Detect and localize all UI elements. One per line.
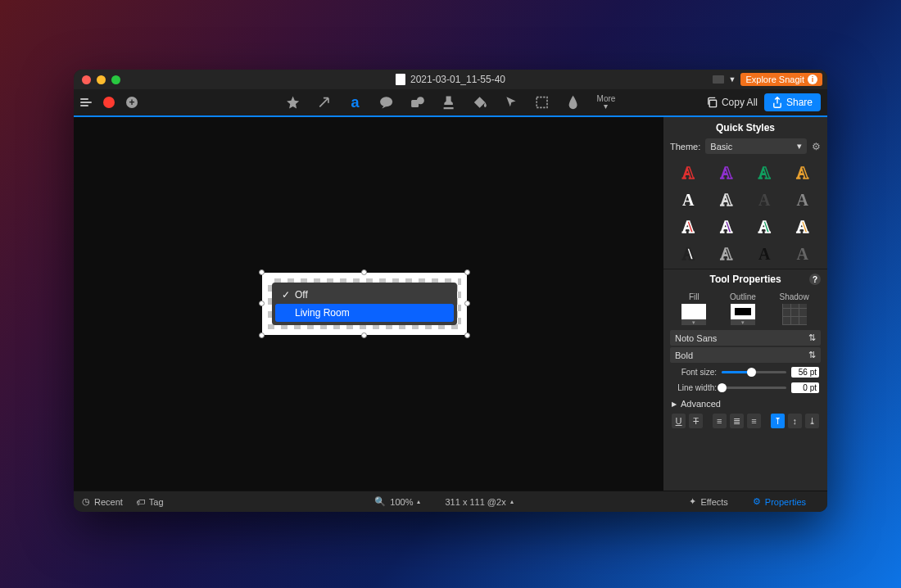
style-preset[interactable]: A [672, 191, 705, 210]
resize-handle[interactable] [464, 332, 470, 338]
style-preset[interactable]: A [786, 164, 820, 183]
library-toggle[interactable] [80, 98, 92, 106]
theme-select[interactable]: Basic▾ [705, 138, 807, 154]
minimize-window[interactable] [97, 75, 106, 84]
gear-icon[interactable]: ⚙ [812, 141, 821, 152]
selected-object[interactable]: ✓Off Living Room [262, 273, 467, 335]
style-preset[interactable]: A [710, 218, 744, 237]
share-button[interactable]: Share [764, 93, 821, 111]
selection-tool[interactable] [535, 95, 550, 110]
line-width-label: Line width: [672, 383, 717, 392]
new-button[interactable]: + [126, 97, 138, 108]
valign-top-button[interactable]: ⤒ [771, 414, 785, 428]
align-center-button[interactable]: ≣ [730, 414, 744, 428]
align-right-button[interactable]: ≡ [747, 414, 761, 428]
resize-handle[interactable] [464, 269, 470, 275]
dimensions-readout[interactable]: 311 x 111 @2x▴ [445, 496, 513, 507]
menu-item-off[interactable]: ✓Off [275, 286, 454, 304]
properties-tab[interactable]: ⚙Properties [753, 496, 806, 507]
effects-tab[interactable]: ✦Effects [689, 496, 727, 507]
tag-button[interactable]: 🏷Tag [136, 497, 164, 507]
valign-bottom-button[interactable]: ⤓ [805, 414, 819, 428]
more-tools[interactable]: More▾ [597, 95, 616, 110]
style-preset[interactable]: A [748, 245, 781, 264]
line-width-value[interactable]: 0 pt [791, 382, 819, 393]
fill-swatch[interactable]: Fill▾ [681, 292, 706, 325]
callout-tool[interactable] [379, 95, 394, 110]
resize-handle[interactable] [259, 301, 265, 306]
favorites-tool[interactable] [286, 95, 301, 110]
style-preset[interactable]: A [786, 245, 820, 264]
menu-item-living-room[interactable]: Living Room [275, 304, 454, 322]
resize-handle[interactable] [464, 301, 470, 306]
info-icon: i [808, 75, 817, 84]
blur-tool[interactable] [566, 95, 581, 110]
svg-rect-4 [709, 100, 716, 106]
style-preset[interactable]: A [748, 164, 781, 183]
stamp-tool[interactable] [441, 95, 456, 110]
zoom-window[interactable] [111, 75, 120, 84]
quick-styles-grid: A A A A A A A A A A A A A A A A [663, 159, 827, 269]
help-icon[interactable]: ? [809, 274, 821, 285]
search-icon: 🔍 [374, 496, 386, 507]
theme-label: Theme: [670, 142, 700, 152]
style-preset[interactable]: A [672, 218, 705, 237]
underline-button[interactable]: U [672, 414, 686, 428]
copy-icon [706, 97, 718, 108]
svg-rect-3 [537, 97, 547, 108]
canvas[interactable]: ✓Off Living Room [74, 117, 663, 491]
share-icon [772, 97, 782, 108]
close-window[interactable] [82, 75, 91, 84]
arrow-tool[interactable] [317, 95, 332, 110]
font-size-value[interactable]: 56 pt [791, 367, 819, 378]
text-formatting-row: U T ≡ ≣ ≡ ⤒ ↕ ⤓ [663, 412, 827, 435]
effects-icon: ✦ [689, 496, 696, 507]
svg-point-2 [417, 97, 424, 104]
recent-button[interactable]: ◷Recent [82, 496, 123, 507]
document-icon [396, 74, 405, 85]
resize-handle[interactable] [361, 269, 367, 275]
zoom-control[interactable]: 🔍100%▴ [374, 496, 420, 507]
tab-indicator [713, 75, 724, 84]
text-tool[interactable]: a [348, 95, 363, 110]
resize-handle[interactable] [361, 332, 367, 338]
style-preset[interactable]: A [786, 191, 820, 210]
shadow-swatch[interactable]: Shadow [779, 292, 808, 325]
strikethrough-button[interactable]: T [689, 414, 703, 428]
record-button[interactable] [103, 97, 115, 108]
style-preset[interactable]: A [710, 245, 744, 264]
style-preset[interactable]: A [748, 218, 781, 237]
font-family-select[interactable]: Noto Sans⇅ [670, 330, 821, 346]
clock-icon: ◷ [82, 496, 90, 507]
move-tool[interactable] [504, 95, 518, 110]
valign-middle-button[interactable]: ↕ [788, 414, 802, 428]
line-width-slider[interactable] [722, 387, 786, 389]
fill-tool[interactable] [473, 95, 487, 110]
dropdown-menu: ✓Off Living Room [272, 283, 457, 325]
copy-all-label: Copy All [722, 97, 758, 108]
font-size-slider[interactable] [722, 371, 786, 373]
style-preset[interactable]: A [672, 245, 705, 264]
advanced-toggle[interactable]: ▶Advanced [663, 396, 827, 412]
chevron-down-icon[interactable]: ▼ [729, 75, 736, 84]
app-window: 2021-03-01_11-55-40 ▼ Explore Snagit i +… [74, 70, 827, 512]
quick-styles-title: Quick Styles [663, 117, 827, 138]
style-preset[interactable]: A [748, 191, 781, 210]
stepper-icon: ⇅ [808, 332, 816, 343]
style-preset[interactable]: A [672, 164, 705, 183]
explore-label: Explore Snagit [745, 75, 804, 84]
window-controls [82, 75, 120, 84]
align-left-button[interactable]: ≡ [713, 414, 727, 428]
style-preset[interactable]: A [710, 164, 744, 183]
copy-all-button[interactable]: Copy All [706, 97, 758, 108]
explore-snagit-button[interactable]: Explore Snagit i [740, 73, 822, 86]
resize-handle[interactable] [259, 269, 265, 275]
outline-swatch[interactable]: Outline▾ [730, 292, 756, 325]
font-weight-select[interactable]: Bold⇅ [670, 347, 821, 363]
chevron-down-icon: ▾ [797, 141, 802, 152]
style-preset[interactable]: A [786, 218, 820, 237]
shape-tool[interactable] [410, 95, 425, 110]
tool-properties-title: Tool Properties [709, 274, 781, 285]
style-preset[interactable]: A [710, 191, 744, 210]
resize-handle[interactable] [259, 332, 265, 338]
